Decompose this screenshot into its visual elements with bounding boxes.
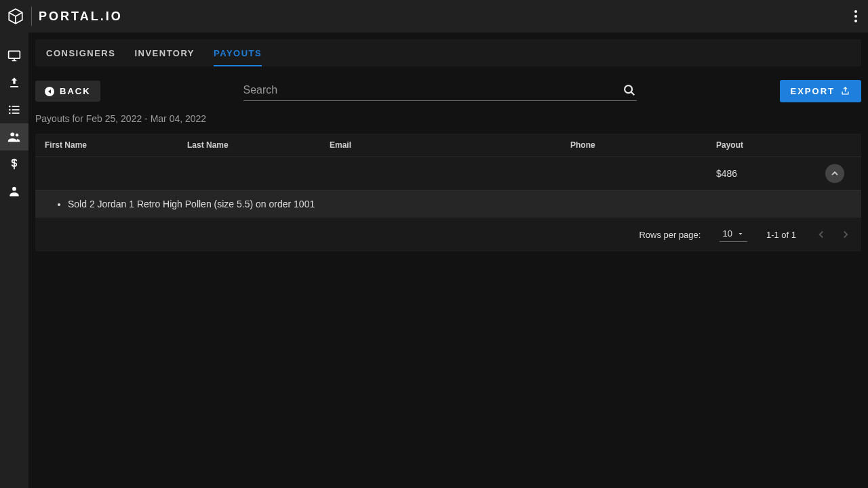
brand-separator xyxy=(31,7,32,26)
payouts-table: First Name Last Name Email Phone Payout … xyxy=(35,134,861,251)
toolbar: BACK EXPORT xyxy=(35,73,861,109)
tab-consigners[interactable]: CONSIGNERS xyxy=(46,40,115,66)
tab-payouts[interactable]: PAYOUTS xyxy=(214,40,262,66)
brand: PORTAL.IO xyxy=(7,7,123,26)
col-phone: Phone xyxy=(570,140,716,150)
search-input[interactable] xyxy=(243,81,622,99)
brand-name: PORTAL.IO xyxy=(39,9,123,24)
pagination: Rows per page: 10 1-1 of 1 xyxy=(35,218,861,251)
topbar: PORTAL.IO xyxy=(0,0,868,33)
table-header: First Name Last Name Email Phone Payout xyxy=(35,134,861,157)
col-last-name: Last Name xyxy=(187,140,330,150)
table-row[interactable]: $486 xyxy=(35,157,861,190)
nav-dollar-icon[interactable] xyxy=(0,150,28,178)
collapse-row-button[interactable] xyxy=(825,164,844,183)
cell-payout: $486 xyxy=(716,168,818,179)
back-button[interactable]: BACK xyxy=(35,81,100,102)
col-email: Email xyxy=(330,140,570,150)
rows-per-page-select[interactable]: 10 xyxy=(719,227,747,242)
export-button-label: EXPORT xyxy=(791,86,835,96)
chevron-left-icon xyxy=(815,228,827,241)
svg-rect-4 xyxy=(12,106,20,107)
svg-rect-0 xyxy=(9,51,20,58)
search-field[interactable] xyxy=(243,81,637,101)
page: CONSIGNERS INVENTORY PAYOUTS BACK EXPORT xyxy=(28,33,868,488)
pagination-range: 1-1 of 1 xyxy=(766,230,796,240)
chevron-right-icon xyxy=(840,228,852,241)
svg-point-8 xyxy=(16,134,18,136)
kebab-menu-icon[interactable] xyxy=(850,6,861,26)
col-first-name: First Name xyxy=(45,140,187,150)
nav-upload-icon[interactable] xyxy=(0,69,28,96)
next-page-button[interactable] xyxy=(840,228,852,241)
rows-per-page-label: Rows per page: xyxy=(639,230,701,240)
subtitle: Payouts for Feb 25, 2022 - Mar 04, 2022 xyxy=(35,113,861,124)
svg-point-7 xyxy=(10,132,14,136)
nav-people-icon[interactable] xyxy=(0,123,28,150)
svg-point-2 xyxy=(9,109,11,111)
caret-down-icon xyxy=(736,230,745,238)
sidebar xyxy=(0,33,28,488)
search-icon[interactable] xyxy=(622,83,637,98)
export-button[interactable]: EXPORT xyxy=(780,80,861,102)
export-icon xyxy=(840,86,850,96)
tab-inventory[interactable]: INVENTORY xyxy=(134,40,195,66)
nav-monitor-icon[interactable] xyxy=(0,42,28,69)
svg-point-3 xyxy=(9,113,11,115)
rows-per-page-value: 10 xyxy=(722,228,732,239)
detail-item: Sold 2 Jordan 1 Retro High Pollen (size … xyxy=(68,199,852,209)
back-button-label: BACK xyxy=(60,86,91,96)
svg-rect-6 xyxy=(12,113,20,114)
svg-point-10 xyxy=(625,85,632,93)
nav-person-icon[interactable] xyxy=(0,178,28,205)
chevron-up-icon xyxy=(829,168,840,179)
svg-point-9 xyxy=(12,187,16,191)
svg-rect-5 xyxy=(12,109,20,110)
prev-page-button[interactable] xyxy=(815,228,827,241)
row-details: Sold 2 Jordan 1 Retro High Pollen (size … xyxy=(35,190,861,218)
svg-point-1 xyxy=(9,106,11,108)
arrow-left-circle-icon xyxy=(45,87,54,96)
tabs-bar: CONSIGNERS INVENTORY PAYOUTS xyxy=(35,39,861,66)
nav-list-icon[interactable] xyxy=(0,96,28,123)
col-payout: Payout xyxy=(716,140,818,150)
logo-icon xyxy=(7,7,24,25)
